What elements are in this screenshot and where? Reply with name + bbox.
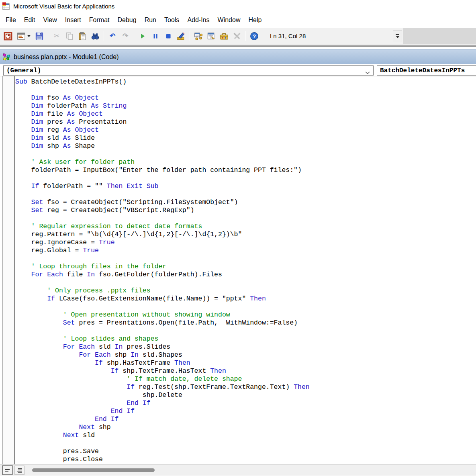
menu-tools[interactable]: Tools bbox=[160, 14, 183, 26]
code-line[interactable]: If folderPath = "" Then Exit Sub bbox=[15, 182, 476, 190]
code-line[interactable]: reg.Pattern = "\b(\d{4}[-/\.]\d{1,2}[-/\… bbox=[15, 231, 476, 239]
code-line[interactable]: pres.Save bbox=[15, 447, 476, 456]
code-line[interactable]: ' Regular expression to detect date form… bbox=[15, 223, 476, 231]
paste-button[interactable] bbox=[76, 30, 88, 42]
design-mode-button[interactable] bbox=[175, 30, 187, 42]
project-explorer-button[interactable] bbox=[192, 30, 204, 42]
code-line[interactable]: Set reg = CreateObject("VBScript.RegExp"… bbox=[15, 206, 476, 215]
code-line[interactable]: pres.Close bbox=[15, 456, 476, 464]
code-line[interactable]: Dim reg As Object bbox=[15, 126, 476, 134]
code-window-titlebar[interactable]: business plan.pptx - Module1 (Code) bbox=[0, 49, 476, 64]
code-line[interactable]: If shp.HasTextFrame Then bbox=[15, 359, 476, 367]
undo-icon: ↶ bbox=[110, 33, 115, 39]
run-button[interactable] bbox=[137, 30, 149, 42]
code-line[interactable]: For Each shp In sld.Shapes bbox=[15, 351, 476, 359]
menu-view[interactable]: View bbox=[39, 14, 61, 26]
menu-help[interactable]: Help bbox=[244, 14, 266, 26]
menu-file[interactable]: File bbox=[2, 14, 20, 26]
procedure-dropdown[interactable]: BatchDeleteDatesInPPTs bbox=[377, 65, 476, 76]
code-line[interactable]: Dim shp As Shape bbox=[15, 142, 476, 150]
code-window-title: business plan.pptx - Module1 (Code) bbox=[14, 53, 118, 61]
code-line[interactable]: reg.IgnoreCase = True bbox=[15, 239, 476, 247]
cut-button[interactable]: ✂ bbox=[51, 30, 63, 42]
object-dropdown[interactable]: (General) bbox=[3, 65, 374, 76]
code-line[interactable]: shp.Delete bbox=[15, 391, 476, 399]
toolbar-separator bbox=[245, 31, 246, 41]
menu-edit[interactable]: Edit bbox=[20, 14, 39, 26]
code-line[interactable]: Dim folderPath As String bbox=[15, 102, 476, 110]
code-line[interactable]: folderPath = InputBox("Enter the folder … bbox=[15, 166, 476, 174]
menu-window[interactable]: Window bbox=[214, 14, 245, 26]
object-browser-button[interactable] bbox=[218, 30, 230, 42]
full-module-view-button[interactable] bbox=[14, 466, 25, 475]
menu-run[interactable]: Run bbox=[141, 14, 160, 26]
toolbar-separator bbox=[134, 31, 134, 41]
code-line[interactable]: Dim file As Object bbox=[15, 110, 476, 118]
code-line[interactable]: ' Only process .pptx files bbox=[15, 287, 476, 295]
menu-insert[interactable]: Insert bbox=[61, 14, 85, 26]
code-line[interactable] bbox=[15, 174, 476, 182]
module-icon bbox=[2, 53, 11, 61]
save-button[interactable] bbox=[33, 30, 45, 42]
toolbar-options-button[interactable] bbox=[393, 30, 402, 42]
code-line[interactable]: Next sld bbox=[15, 431, 476, 439]
toolbar-separator bbox=[263, 31, 263, 41]
dropdown-arrow-icon bbox=[27, 35, 31, 38]
help-icon: ? bbox=[250, 32, 259, 41]
code-line[interactable] bbox=[15, 327, 476, 335]
code-line[interactable] bbox=[15, 150, 476, 158]
code-line[interactable]: ' Loop through files in the folder bbox=[15, 263, 476, 271]
code-line[interactable]: Dim sld As Slide bbox=[15, 134, 476, 142]
code-line[interactable]: reg.Global = True bbox=[15, 247, 476, 255]
procedure-view-button[interactable] bbox=[2, 466, 12, 475]
code-line[interactable]: ' Loop slides and shapes bbox=[15, 335, 476, 343]
code-editor[interactable]: Sub BatchDeleteDatesInPPTs() Dim fso As … bbox=[15, 78, 476, 464]
margin-indicator-bar[interactable] bbox=[3, 76, 15, 464]
code-line[interactable] bbox=[15, 279, 476, 287]
menu-format[interactable]: Format bbox=[85, 14, 114, 26]
insert-userform-button[interactable] bbox=[15, 30, 33, 42]
undo-button[interactable]: ↶ bbox=[106, 30, 118, 42]
procedure-view-icon bbox=[5, 468, 10, 472]
properties-window-button[interactable] bbox=[205, 30, 217, 42]
redo-button[interactable]: ↷ bbox=[119, 30, 131, 42]
view-microsoft-powerpoint-button[interactable] bbox=[2, 30, 14, 42]
menu-debug[interactable]: Debug bbox=[114, 14, 141, 26]
horizontal-scrollbar-thumb[interactable] bbox=[32, 468, 155, 472]
copy-button[interactable] bbox=[63, 30, 76, 42]
code-line[interactable]: Next shp bbox=[15, 423, 476, 431]
code-line[interactable] bbox=[15, 86, 476, 94]
code-line[interactable]: End If bbox=[15, 407, 476, 415]
code-line[interactable]: For Each sld In pres.Slides bbox=[15, 343, 476, 351]
code-line[interactable] bbox=[15, 303, 476, 311]
horizontal-scrollbar[interactable] bbox=[26, 465, 474, 476]
break-button[interactable] bbox=[149, 30, 161, 42]
code-line[interactable]: If shp.TextFrame.HasText Then bbox=[15, 367, 476, 375]
code-line[interactable]: Set pres = Presntations.Open(file.Path, … bbox=[15, 319, 476, 327]
code-line[interactable]: End If bbox=[15, 399, 476, 407]
code-line[interactable] bbox=[15, 439, 476, 447]
find-button[interactable] bbox=[89, 30, 101, 42]
object-browser-icon bbox=[220, 32, 229, 41]
code-line[interactable]: ' Open presentation without showing wind… bbox=[15, 311, 476, 319]
help-button[interactable]: ? bbox=[248, 30, 260, 42]
menu-add-ins[interactable]: Add-Ins bbox=[183, 14, 213, 26]
reset-button[interactable] bbox=[162, 30, 174, 42]
code-line[interactable]: Dim pres As Presentation bbox=[15, 118, 476, 126]
toolbox-icon bbox=[233, 32, 241, 41]
code-line[interactable]: For Each file In fso.GetFolder(folderPat… bbox=[15, 271, 476, 279]
code-line[interactable] bbox=[15, 255, 476, 263]
code-line[interactable] bbox=[15, 215, 476, 223]
code-line[interactable]: End If bbox=[15, 415, 476, 423]
code-line[interactable] bbox=[15, 190, 476, 198]
code-line[interactable]: Sub BatchDeleteDatesInPPTs() bbox=[15, 78, 476, 86]
titlebar: Microsoft Visual Basic for Applications bbox=[0, 0, 476, 12]
toolbox-button[interactable] bbox=[231, 30, 243, 42]
editor-bottom-bar bbox=[0, 464, 476, 476]
code-line[interactable]: If LCase(fso.GetExtensionName(file.Name)… bbox=[15, 295, 476, 303]
code-line[interactable]: ' Ask user for folder path bbox=[15, 158, 476, 166]
code-line[interactable]: If reg.Test(shp.TextFrame.TextRange.Text… bbox=[15, 383, 476, 391]
code-line[interactable]: Dim fso As Object bbox=[15, 94, 476, 102]
code-line[interactable]: ' If match date, delete shape bbox=[15, 375, 476, 383]
code-line[interactable]: Set fso = CreateObject("Scripting.FileSy… bbox=[15, 198, 476, 206]
